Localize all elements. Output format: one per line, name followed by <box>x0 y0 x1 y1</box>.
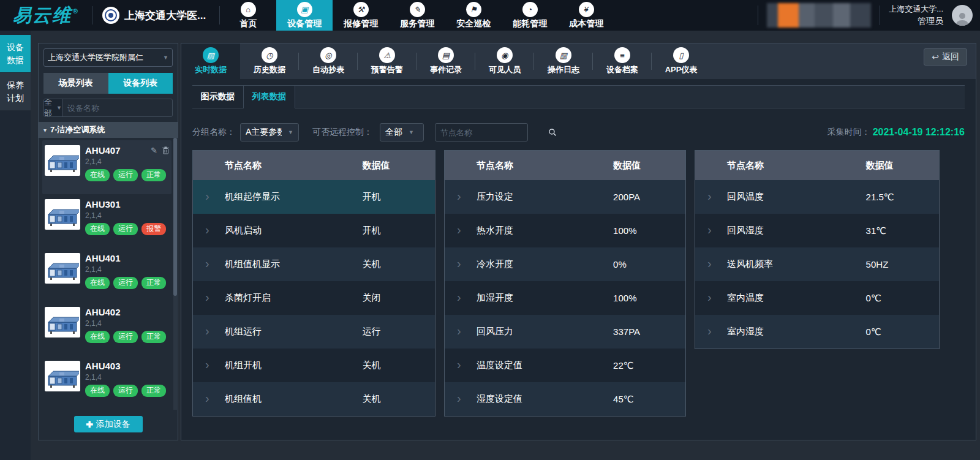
feature-tab[interactable]: ◉ 可见人员 <box>475 43 534 79</box>
table-row[interactable]: › 风机启动 开机 <box>193 214 435 247</box>
table-row[interactable]: › 压力设定 200PA <box>445 180 685 214</box>
feature-tab[interactable]: ⚠ 预警告警 <box>358 43 417 79</box>
back-button[interactable]: ↩ 返回 <box>924 48 967 66</box>
nav-item[interactable]: ✎ 服务管理 <box>389 0 445 31</box>
table-row[interactable]: › 室内温度 0℃ <box>695 281 939 315</box>
remote-filter-select[interactable]: 全部 ▼ <box>380 123 424 141</box>
feature-tab[interactable]: ◎ 自动抄表 <box>299 43 358 79</box>
device-actions: ✎ <box>151 146 169 155</box>
data-value-cell: 22℃ <box>613 360 685 371</box>
data-tab[interactable]: 图示数据 <box>192 86 244 108</box>
row-expand-chevron-icon[interactable]: › <box>457 189 461 203</box>
feature-tab[interactable]: ▤ 事件记录 <box>417 43 475 79</box>
feature-tab-label: 自动抄表 <box>312 64 344 75</box>
feature-tab[interactable]: ▯ APP仪表 <box>652 43 710 79</box>
rail-item[interactable]: 保养计划 <box>0 73 31 111</box>
table-row[interactable]: › 加湿开度 100% <box>445 281 685 315</box>
feature-tab[interactable]: ≡ 设备档案 <box>593 43 652 79</box>
feature-tab[interactable]: ▨ 实时数据 <box>181 43 240 79</box>
table-row[interactable]: › 温度设定值 22℃ <box>445 349 685 382</box>
redacted-user-info <box>767 3 871 28</box>
row-expand-chevron-icon[interactable]: › <box>457 357 461 371</box>
row-expand-chevron-icon[interactable]: › <box>205 222 209 236</box>
nav-item[interactable]: ⚑ 安全巡检 <box>445 0 502 31</box>
node-search-input[interactable] <box>440 128 548 137</box>
data-tab-label: 列表数据 <box>252 91 287 102</box>
table-row[interactable]: › 回风湿度 31℃ <box>695 214 939 247</box>
visible-personnel-icon: ◉ <box>497 47 513 63</box>
device-card[interactable]: AHU402 ✎ 2,1,4 在线 <box>42 302 172 356</box>
row-expand-chevron-icon[interactable]: › <box>457 290 461 304</box>
row-expand-chevron-icon[interactable]: › <box>457 222 461 236</box>
user-avatar[interactable] <box>952 5 973 26</box>
table-row[interactable]: › 机组起停显示 开机 <box>193 180 435 214</box>
data-table-1: 节点名称 数据值 › 机组起停显示 开机 <box>192 150 435 417</box>
device-card[interactable]: AHU407 ✎ 2,1,4 在线 <box>42 140 172 194</box>
node-search-box <box>435 123 528 141</box>
table-row[interactable]: › 冷水开度 0% <box>445 247 685 281</box>
device-card[interactable]: AHU401 ✎ 2,1,4 在线 <box>42 248 172 302</box>
device-badges: 在线 运行 正常 <box>85 331 169 343</box>
group-filter-select[interactable]: A主要参数 ▼ <box>240 123 299 141</box>
data-value-cell: 100% <box>613 225 685 236</box>
table-row[interactable]: › 送风机频率 50HZ <box>695 247 939 281</box>
nav-item-label: 成本管理 <box>569 18 603 29</box>
row-expand-chevron-icon[interactable]: › <box>205 357 209 371</box>
chevron-down-icon: ▼ <box>56 105 62 111</box>
table-row[interactable]: › 机组值机显示 关机 <box>193 247 435 281</box>
rail-item-label: 保养计划 <box>6 79 24 105</box>
table-row[interactable]: › 机组运行 运行 <box>193 315 435 349</box>
data-tab[interactable]: 列表数据 <box>244 86 295 108</box>
delete-icon[interactable] <box>162 146 169 154</box>
feature-tab[interactable]: ◷ 历史数据 <box>240 43 299 79</box>
device-card[interactable]: AHU403 ✎ 2,1,4 在线 <box>42 356 172 410</box>
scrollbar-thumb[interactable] <box>173 138 177 296</box>
search-icon[interactable] <box>548 128 557 137</box>
collect-time-label: 采集时间： <box>827 127 870 138</box>
table-row[interactable]: › 湿度设定值 45℃ <box>445 382 685 416</box>
rail-item[interactable]: 设备数据 <box>0 35 31 73</box>
nav-item[interactable]: ▣ 设备管理 <box>276 0 333 31</box>
device-card[interactable]: AHU301 ✎ 2,1,4 在线 <box>42 194 172 248</box>
device-group-header[interactable]: ▾ 7-洁净空调系统 <box>39 122 178 138</box>
hospital-select[interactable]: 上海交通大学医学院附属仁 ▼ <box>43 48 173 67</box>
device-search-input[interactable] <box>62 99 173 116</box>
add-device-button[interactable]: ✚ 添加设备 <box>74 416 143 432</box>
row-expand-chevron-icon[interactable]: › <box>205 290 209 304</box>
row-expand-chevron-icon[interactable]: › <box>707 290 712 304</box>
row-expand-chevron-icon[interactable]: › <box>457 256 461 270</box>
nav-item[interactable]: ¥ 成本管理 <box>558 0 614 31</box>
nav-item[interactable]: ⚒ 报修管理 <box>333 0 389 31</box>
category-select[interactable]: 全部 ▼ <box>44 99 62 116</box>
device-meta: 2,1,4 <box>85 157 169 166</box>
row-expand-chevron-icon[interactable]: › <box>457 391 461 405</box>
table-row[interactable]: › 热水开度 100% <box>445 214 685 247</box>
row-expand-chevron-icon[interactable]: › <box>707 189 712 203</box>
brand-logo: 易云维® <box>0 0 92 31</box>
row-expand-chevron-icon[interactable]: › <box>205 256 209 270</box>
feature-tab[interactable]: ▥ 操作日志 <box>534 43 593 79</box>
nav-item[interactable]: ◔ 能耗管理 <box>502 0 558 31</box>
table-row[interactable]: › 室内湿度 0℃ <box>695 315 939 349</box>
row-expand-chevron-icon[interactable]: › <box>707 222 712 236</box>
table-row[interactable]: › 机组开机 关机 <box>193 349 435 382</box>
row-expand-chevron-icon[interactable]: › <box>205 189 209 203</box>
edit-icon[interactable]: ✎ <box>151 146 157 155</box>
row-expand-chevron-icon[interactable]: › <box>205 323 209 337</box>
table-row[interactable]: › 回风温度 21.5℃ <box>695 180 939 214</box>
list-tab[interactable]: 场景列表 <box>43 73 108 94</box>
node-name-cell: 回风温度 <box>695 191 764 203</box>
table-row[interactable]: › 杀菌灯开启 关闭 <box>193 281 435 315</box>
row-expand-chevron-icon[interactable]: › <box>707 323 712 337</box>
scrollbar[interactable] <box>173 138 177 410</box>
list-tab[interactable]: 设备列表 <box>108 73 173 94</box>
row-expand-chevron-icon[interactable]: › <box>457 323 461 337</box>
table-row[interactable]: › 机组值机 关机 <box>193 382 435 416</box>
row-expand-chevron-icon[interactable]: › <box>205 391 209 405</box>
main-content: 图示数据 列表数据 分组名称： A主要参数 ▼ 可否远程控制： <box>181 79 976 440</box>
hospital-logo-icon <box>102 7 119 24</box>
table-row[interactable]: › 回风压力 337PA <box>445 315 685 349</box>
row-expand-chevron-icon[interactable]: › <box>707 256 712 270</box>
body-area: 设备数据 保养计划 上海交通大学医学院附属仁 ▼ 场景列表 设备列表 <box>0 31 980 460</box>
nav-item[interactable]: ⌂ 首页 <box>220 0 276 31</box>
